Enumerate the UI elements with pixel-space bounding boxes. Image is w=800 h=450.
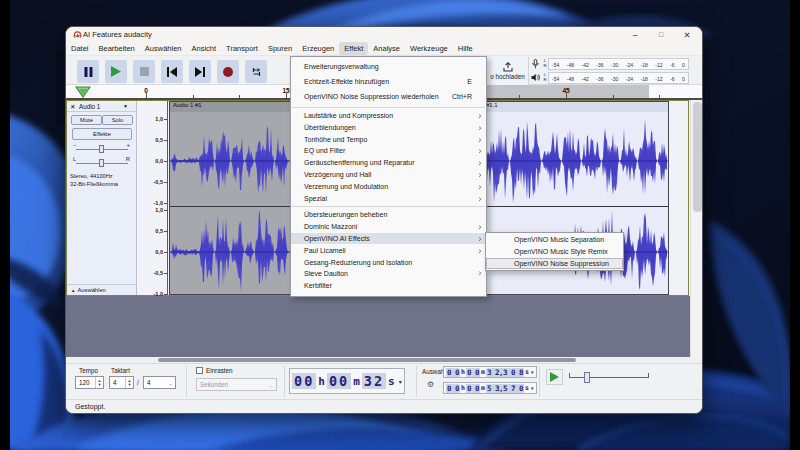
menu-item--bersteuerungen-beheben[interactable]: Übersteuerungen beheben — [291, 209, 486, 221]
menubar-item-werkzeuge[interactable]: Werkzeuge — [405, 42, 453, 55]
menubar-item-auswählen[interactable]: Auswählen — [140, 42, 187, 55]
menu-item-paul-licameli[interactable]: Paul Licameli› — [291, 244, 486, 256]
amplitude-scale-tick — [164, 119, 167, 120]
time-digits[interactable]: 0 0 — [446, 368, 460, 377]
menu-separator — [292, 206, 485, 207]
time-unit: s — [524, 384, 530, 392]
track-select-button[interactable]: ▲ Auswählen — [67, 284, 136, 295]
menu-item-steve-daulton[interactable]: Steve Daulton› — [291, 268, 486, 280]
menu-item-label: OpenVINO Noise Suppression wiederholen — [304, 93, 452, 100]
play-button[interactable] — [105, 60, 127, 83]
menu-item-gesang-reduzierung-und-isolation[interactable]: Gesang-Reduzierung und Isolation — [291, 256, 486, 268]
maximize-button[interactable]: □ — [648, 27, 674, 42]
menu-item-eq-und-filter[interactable]: EQ und Filter› — [291, 145, 486, 157]
bottom-toolbar: Tempo Taktart 120▲▼ 4▲▼ / 4⌄ Einrasten S… — [66, 363, 702, 399]
time-digits[interactable]: 3 2,3 0 8 — [486, 368, 524, 377]
playback-meter[interactable]: LR -54-48-42-36-30-24-18-12-60 — [529, 71, 689, 85]
tempo-spinbox[interactable]: 120▲▼ — [75, 376, 104, 389]
meter-scale-label: -42 — [582, 61, 589, 67]
time-format-caret-icon[interactable]: ▾ — [399, 378, 402, 385]
time-signature-upper-spinbox[interactable]: 4▲▼ — [109, 376, 134, 389]
time-digits[interactable]: 32 — [362, 373, 386, 389]
track-format-line1: Stereo, 44100Hz — [70, 173, 113, 179]
time-digits[interactable]: 00 — [327, 373, 351, 389]
selection-start-display[interactable]: 0 0h0 0m3 2,3 0 8s▾ — [443, 366, 537, 378]
selection-settings-gear-icon[interactable]: ⚙ — [427, 380, 434, 389]
submenu-item-openvino-music-style-remix[interactable]: OpenVINO Music Style Remix — [486, 246, 623, 258]
menu-item-verzerrung-und-modulation[interactable]: Verzerrung und Modulation› — [291, 180, 486, 192]
horizontal-scrollbar-thumb[interactable] — [158, 358, 576, 362]
skip-to-end-button[interactable] — [189, 60, 211, 83]
effects-button[interactable]: Effekte — [72, 128, 132, 140]
menu-item-echtzeit-effekte-hinzuf-gen[interactable]: Echtzeit-Effekte hinzufügenE — [291, 74, 486, 89]
menu-item-ger-uschentfernung-und-reparatur[interactable]: Geräuschentfernung und Reparatur› — [291, 157, 486, 169]
menubar-item-datei[interactable]: Datei — [66, 42, 94, 55]
track-name[interactable]: Audio 1 — [79, 103, 100, 110]
vertical-scrollbar[interactable] — [690, 100, 703, 357]
time-format-caret-icon[interactable]: ▾ — [531, 369, 534, 375]
time-digits[interactable]: 0 0 — [446, 384, 460, 393]
selection-end-display[interactable]: 0 0h0 0m5 3,5 7 0s▾ — [443, 382, 537, 394]
playback-speed-slider-thumb[interactable] — [584, 372, 590, 383]
menubar-item-bearbeiten[interactable]: Bearbeiten — [94, 42, 140, 55]
gain-slider-thumb[interactable] — [99, 145, 104, 153]
stop-button[interactable] — [133, 60, 155, 83]
time-signature-lower-dropdown[interactable]: 4⌄ — [143, 376, 176, 389]
menu-item-tonh-he-und-tempo[interactable]: Tonhöhe und Tempo› — [291, 133, 486, 145]
menu-item-kerbfilter[interactable]: Kerbfilter — [291, 280, 486, 292]
time-digits[interactable]: 0 0 — [466, 384, 480, 393]
menu-item-lautst-rke-und-kompression[interactable]: Lautstärke und Kompression› — [291, 110, 486, 122]
menu-item-spezial[interactable]: Spezial› — [291, 192, 486, 204]
pan-slider-thumb[interactable] — [99, 159, 104, 167]
time-format-caret-icon[interactable]: ▾ — [531, 385, 534, 391]
menu-item--berblendungen[interactable]: Überblendungen› — [291, 121, 486, 133]
minimize-button[interactable]: – — [622, 27, 648, 42]
play-at-speed-button[interactable] — [546, 369, 563, 385]
menubar-item-transport[interactable]: Transport — [221, 42, 263, 55]
menubar-item-spuren[interactable]: Spuren — [263, 42, 297, 55]
playback-meter-scale: -54-48-42-36-30-24-18-12-60 — [548, 72, 689, 84]
submenu-item-openvino-music-separation[interactable]: OpenVINO Music Separation — [486, 234, 623, 246]
menubar-item-erzeugen[interactable]: Erzeugen — [297, 42, 339, 55]
ruler-time-label: 45 — [562, 87, 569, 94]
mute-button[interactable]: Mute — [71, 115, 102, 125]
submenu-item-openvino-noise-suppression[interactable]: OpenVINO Noise Suppression — [486, 258, 623, 270]
menu-item-dominic-mazzoni[interactable]: Dominic Mazzoni› — [291, 221, 486, 233]
time-signature-label: Taktart — [111, 367, 130, 374]
gain-max-label: + — [126, 142, 130, 148]
snap-unit-dropdown[interactable]: Sekunden⌄ — [196, 378, 277, 391]
playhead-triangle-icon[interactable] — [75, 86, 91, 98]
upload-icon — [503, 62, 513, 72]
openvino-submenu: OpenVINO Music SeparationOpenVINO Music … — [485, 232, 624, 271]
menu-item-label: Geräuschentfernung und Reparatur — [304, 159, 480, 166]
share-audio-button[interactable]: o hochladen — [487, 56, 528, 85]
menubar-item-hilfe[interactable]: Hilfe — [453, 42, 478, 55]
solo-button[interactable]: Solo — [102, 115, 133, 125]
snap-checkbox[interactable] — [196, 367, 203, 374]
amplitude-scale-tick — [164, 231, 167, 232]
track-format-line2: 32-Bit-Fließkomma — [70, 181, 118, 187]
menu-item-verz-gerung-und-hall[interactable]: Verzögerung und Hall› — [291, 169, 486, 181]
time-digits[interactable]: 0 0 — [466, 368, 480, 377]
pause-button[interactable] — [77, 60, 99, 83]
menubar-item-ansicht[interactable]: Ansicht — [187, 42, 222, 55]
time-digits[interactable]: 00 — [292, 373, 316, 389]
track-close-icon[interactable]: ✕ — [70, 103, 75, 110]
audio-position-display[interactable]: 00h00m32s▾ — [289, 368, 405, 394]
vertical-scrollbar-thumb[interactable] — [693, 102, 702, 212]
menu-item-erweiterungsverwaltung[interactable]: Erweiterungsverwaltung — [291, 59, 486, 74]
menu-item-openvino-ai-effects[interactable]: OpenVINO AI Effects› — [291, 233, 486, 245]
record-button[interactable] — [217, 60, 239, 83]
time-digits[interactable]: 5 3,5 7 0 — [486, 384, 524, 393]
clip-title[interactable]: #1.1 — [483, 102, 668, 112]
track-menu-chevron-icon[interactable]: ▼ — [123, 103, 128, 109]
menu-item-openvino-noise-suppression-wiederholen[interactable]: OpenVINO Noise Suppression wiederholenCt… — [291, 89, 486, 104]
skip-to-start-button[interactable] — [161, 60, 183, 83]
record-meter[interactable]: LR -54-48-42-36-30-24-18-12-60 — [529, 57, 689, 71]
menubar-item-effekt[interactable]: Effekt — [339, 42, 368, 55]
menu-item-label: Verzerrung und Modulation — [304, 183, 480, 190]
meter-scale-label: -54 — [552, 75, 559, 81]
close-button[interactable]: ✕ — [674, 27, 700, 42]
loop-button[interactable] — [245, 60, 267, 83]
menubar-item-analyse[interactable]: Analyse — [368, 42, 405, 55]
